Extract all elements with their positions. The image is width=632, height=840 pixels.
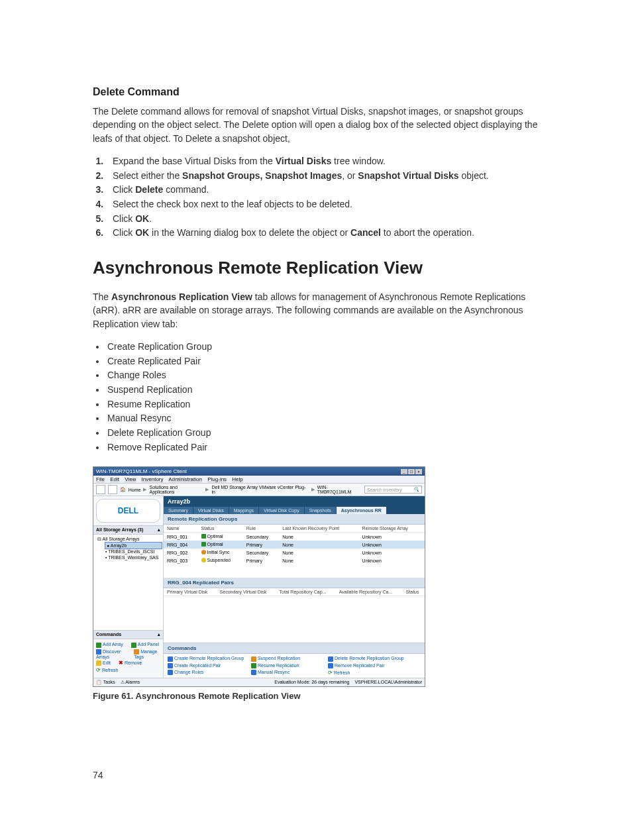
right-commands-header: Commands (164, 643, 425, 654)
table-row[interactable]: RRG_002Initial SyncSecondaryNoneUnknown (164, 549, 425, 556)
plus-icon (131, 643, 136, 648)
col-name[interactable]: Name (164, 525, 198, 533)
window-controls[interactable]: _□× (400, 468, 422, 474)
col-status[interactable]: Status (403, 588, 425, 596)
delete-group-icon (328, 656, 333, 662)
tab-snapshots[interactable]: Snapshots (305, 507, 337, 514)
vsphere-client-window: WIN-TM0R7Q11MLM - vSphere Client _□× Fil… (93, 466, 425, 686)
remove-link[interactable]: ✖ Remove (119, 660, 142, 666)
list-item: Manual Resync (106, 411, 554, 426)
search-input[interactable]: Search Inventory 🔍 (364, 486, 422, 494)
col-secondary-vd[interactable]: Secondary Virtual Disk (217, 588, 276, 596)
section-heading-async-rr-view: Asynchronous Remote Replication View (93, 258, 554, 278)
table-row[interactable]: RRG_001OptimalSecondaryNoneUnknown (164, 533, 425, 541)
collapse-icon[interactable]: ▴ (158, 527, 160, 533)
step-5: Click OK. (106, 212, 554, 227)
step-4: Select the check box next to the leaf ob… (106, 197, 554, 212)
refresh-link[interactable]: ⟳ Refresh (328, 670, 421, 676)
nav-back-button[interactable] (96, 485, 105, 494)
menu-bar[interactable]: File Edit View Inventory Administration … (93, 476, 425, 484)
tab-async-rr[interactable]: Asynchronous RR (337, 507, 387, 514)
discover-arrays-link[interactable]: Discover Arrays (96, 649, 126, 659)
nav-forward-button[interactable] (108, 485, 117, 494)
create-remote-replication-group-link[interactable]: Create Remote Replication Group (168, 656, 247, 661)
menu-inventory[interactable]: Inventory (142, 476, 164, 482)
breadcrumb[interactable]: WIN-TM0R7Q11MLM (317, 485, 362, 494)
refresh-link[interactable]: ⟳ Refresh (96, 667, 118, 673)
table-row[interactable]: RRG_004OptimalPrimaryNoneUnknown (164, 541, 425, 549)
col-role[interactable]: Role (243, 525, 279, 533)
tag-icon (134, 649, 139, 655)
step-1: Expand the base Virtual Disks from the V… (106, 154, 554, 169)
refresh-icon: ⟳ (96, 667, 101, 673)
create-replicated-pair-link[interactable]: Create Replicated Pair (168, 663, 247, 668)
storage-arrays-tree[interactable]: ⊟ All Storage Arrays ● Array2b ▪ TRIBES_… (93, 535, 163, 630)
status-icon (201, 534, 206, 539)
tree-node-selected[interactable]: ● Array2b (105, 543, 162, 549)
delete-remote-replication-group-link[interactable]: Delete Remote Replication Group (328, 656, 421, 661)
menu-plugins[interactable]: Plug-ins (207, 476, 227, 482)
col-status[interactable]: Status (198, 525, 243, 533)
async-intro-paragraph: The Asynchronous Replication View tab al… (93, 290, 554, 331)
col-recovery[interactable]: Last Known Recovery Point (279, 525, 358, 533)
list-item: Suspend Replication (106, 383, 554, 397)
list-item: Delete Replication Group (106, 426, 554, 441)
tree-node[interactable]: ▪ TRIBES_Wembley_SAS (105, 554, 162, 560)
list-item: Create Replicated Pair (106, 354, 554, 369)
add-panel-link[interactable]: Add Panel (131, 642, 159, 647)
add-array-link[interactable]: Add Array (96, 642, 123, 647)
resume-replication-link[interactable]: Resume Replication (251, 663, 324, 668)
menu-administration[interactable]: Administration (168, 476, 202, 482)
evaluation-status: Evaluation Mode: 26 days remaining (274, 680, 349, 685)
collapse-icon[interactable]: ▴ (158, 632, 160, 637)
breadcrumb[interactable]: Solutions and Applications (149, 485, 203, 494)
remove-replicated-pair-link[interactable]: Remove Replicated Pair (328, 663, 421, 668)
suspend-replication-link[interactable]: Suspend Replication (251, 656, 324, 661)
breadcrumb[interactable]: Home (129, 488, 141, 492)
change-roles-icon (168, 670, 173, 675)
minimize-icon[interactable]: _ (401, 469, 407, 474)
delete-steps-list: Expand the base Virtual Disks from the V… (93, 154, 554, 240)
search-icon[interactable]: 🔍 (413, 487, 419, 492)
replicated-pairs-table: Primary Virtual Disk Secondary Virtual D… (164, 588, 425, 596)
status-bar: 📋 Tasks ⚠ Alarms Evaluation Mode: 26 day… (93, 678, 425, 686)
table-row[interactable]: RRG_003SuspendedPrimaryNoneUnknown (164, 556, 425, 564)
col-remote[interactable]: Remote Storage Array (359, 525, 425, 533)
step-2: Select either the Snapshot Groups, Snaps… (106, 169, 554, 184)
home-icon[interactable]: 🏠 (120, 487, 126, 492)
right-commands-panel: Commands Create Remote Replication Group… (164, 643, 425, 677)
remove-pair-icon (328, 663, 333, 668)
maximize-icon[interactable]: □ (408, 469, 415, 474)
change-roles-link[interactable]: Change Roles (168, 670, 247, 676)
window-title: WIN-TM0R7Q11MLM - vSphere Client (96, 468, 187, 474)
col-total-cap[interactable]: Total Repository Cap... (276, 588, 336, 596)
tasks-link[interactable]: 📋 Tasks (96, 680, 115, 685)
status-icon (201, 558, 206, 562)
manage-tags-link[interactable]: Manage Tags (134, 649, 160, 659)
pairs-section-header: RRG_004 Replicated Pairs (164, 578, 425, 588)
menu-file[interactable]: File (96, 476, 105, 482)
resume-icon (251, 663, 256, 668)
step-6: Click OK in the Warning dialog box to de… (106, 226, 554, 240)
tab-summary[interactable]: Summary (164, 507, 193, 514)
tree-node[interactable]: ▪ TRIBES_Devils_iSCSI (105, 549, 162, 554)
breadcrumb[interactable]: Dell MD Storage Array VMware vCenter Plu… (211, 485, 308, 494)
alarms-link[interactable]: ⚠ Alarms (121, 680, 140, 685)
delete-intro-paragraph: The Delete command allows for removal of… (93, 105, 554, 145)
manual-resync-link[interactable]: Manual Resync (251, 670, 324, 676)
menu-help[interactable]: Help (232, 476, 242, 482)
left-commands-header: Commands ▴ (93, 630, 163, 639)
tab-vdc[interactable]: Virtual Disk Copy (259, 507, 305, 514)
tab-mappings[interactable]: Mappings (229, 507, 259, 514)
tab-virtual-disks[interactable]: Virtual Disks (193, 507, 229, 514)
section-heading-delete-command: Delete Command (93, 86, 554, 98)
suspend-icon (251, 656, 256, 662)
col-avail-cap[interactable]: Available Repository Ca... (336, 588, 403, 596)
replication-groups-table: Name Status Role Last Known Recovery Poi… (164, 525, 425, 564)
edit-link[interactable]: Edit (96, 660, 111, 666)
menu-edit[interactable]: Edit (110, 476, 119, 482)
tree-root[interactable]: ⊟ All Storage Arrays (97, 536, 162, 543)
menu-view[interactable]: View (125, 476, 136, 482)
col-primary-vd[interactable]: Primary Virtual Disk (164, 588, 217, 596)
close-icon[interactable]: × (415, 469, 422, 474)
